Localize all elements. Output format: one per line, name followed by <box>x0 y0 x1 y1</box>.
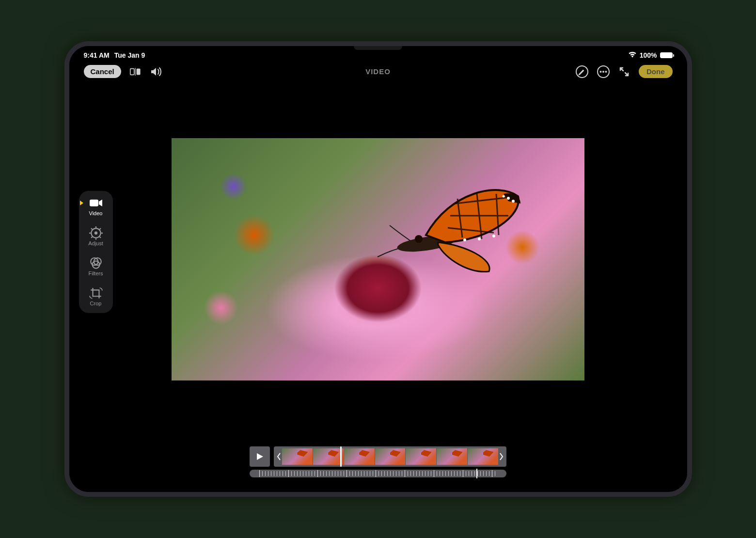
svg-line-16 <box>99 228 100 229</box>
compare-split-icon[interactable] <box>130 66 142 78</box>
video-camera-icon <box>89 198 103 208</box>
svg-point-27 <box>415 235 423 243</box>
more-options-icon[interactable] <box>597 65 610 78</box>
ruler-marker[interactable] <box>476 469 477 478</box>
video-preview[interactable] <box>172 138 584 380</box>
status-date: Tue Jan 9 <box>114 51 145 59</box>
toolbar: Cancel VIDEO Done <box>69 61 687 82</box>
svg-point-26 <box>463 238 466 241</box>
timeline-thumbnails[interactable] <box>282 448 498 465</box>
ruler-ticks <box>259 471 497 476</box>
three-circles-icon <box>89 258 103 269</box>
timeline-frame <box>437 448 467 465</box>
battery-percentage: 100% <box>640 51 657 59</box>
battery-icon <box>660 52 673 58</box>
crop-rotate-icon <box>89 288 103 299</box>
sidebar-item-video[interactable]: Video <box>84 198 108 216</box>
video-timeline[interactable] <box>274 446 506 467</box>
trim-start-handle[interactable] <box>276 448 282 465</box>
svg-point-24 <box>492 235 495 237</box>
markup-icon[interactable] <box>576 65 588 78</box>
svg-point-21 <box>507 197 510 200</box>
adjust-dial-icon <box>89 228 103 238</box>
sidebar-label: Video <box>89 210 103 216</box>
timeline-frame <box>313 448 344 465</box>
main-area: Video Adjust Filters <box>69 82 687 446</box>
svg-point-23 <box>502 195 504 198</box>
frame-ruler[interactable] <box>250 470 506 477</box>
sidebar-label: Adjust <box>88 240 103 246</box>
svg-point-25 <box>478 237 481 240</box>
wifi-icon <box>628 51 637 59</box>
timeline-frame <box>344 448 375 465</box>
svg-point-3 <box>600 71 602 73</box>
screen: 9:41 AM Tue Jan 9 100% Cancel <box>69 46 687 492</box>
timeline-frame <box>282 448 313 465</box>
fullscreen-icon[interactable] <box>618 66 630 78</box>
status-time: 9:41 AM <box>84 51 110 59</box>
timeline-frame <box>406 448 436 465</box>
status-bar: 9:41 AM Tue Jan 9 100% <box>69 46 687 61</box>
editor-mode-title: VIDEO <box>365 67 391 76</box>
sidebar-item-filters[interactable]: Filters <box>84 258 108 276</box>
svg-point-5 <box>605 71 607 73</box>
edit-mode-sidebar: Video Adjust Filters <box>79 191 113 313</box>
timeline-frame <box>468 448 498 465</box>
scrubber-section <box>69 446 687 492</box>
sidebar-item-adjust[interactable]: Adjust <box>84 228 108 246</box>
volume-icon[interactable] <box>150 66 164 78</box>
preview-content-illustration <box>353 177 523 274</box>
svg-point-8 <box>94 232 97 235</box>
svg-point-4 <box>602 71 604 73</box>
play-button[interactable] <box>250 446 270 467</box>
svg-rect-6 <box>90 200 98 206</box>
trim-end-handle[interactable] <box>499 448 504 465</box>
svg-point-22 <box>512 200 515 203</box>
sidebar-label: Filters <box>89 270 103 276</box>
ipad-device-frame: 9:41 AM Tue Jan 9 100% Cancel <box>64 41 692 497</box>
done-button[interactable]: Done <box>639 65 673 78</box>
svg-rect-0 <box>130 68 134 75</box>
cancel-button[interactable]: Cancel <box>84 65 121 78</box>
sidebar-item-crop[interactable]: Crop <box>84 288 108 306</box>
playhead[interactable] <box>340 446 342 467</box>
svg-line-13 <box>91 228 92 229</box>
timeline-frame <box>375 448 406 465</box>
svg-line-15 <box>91 237 92 237</box>
svg-line-14 <box>99 237 100 237</box>
svg-rect-1 <box>136 68 140 75</box>
sidebar-label: Crop <box>90 301 102 306</box>
